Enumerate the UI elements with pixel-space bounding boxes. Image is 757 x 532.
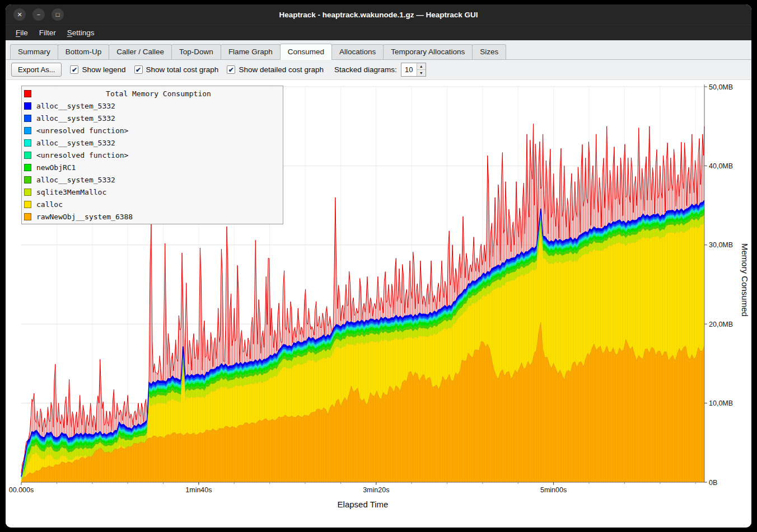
stacked-diagrams-spinbox[interactable]: 10 ▲ ▼ — [401, 63, 426, 77]
legend-label: rawNewObj__system_6388 — [36, 213, 133, 221]
spin-down-icon[interactable]: ▼ — [417, 70, 426, 76]
legend-item: calloc — [22, 198, 283, 210]
toolbar-checkboxes: ✔Show legend✔Show total cost graph✔Show … — [70, 65, 324, 74]
menu-file[interactable]: File — [10, 27, 34, 39]
checkbox-box: ✔ — [134, 65, 143, 74]
legend-swatch — [24, 213, 31, 220]
tab-consumed[interactable]: Consumed — [280, 44, 332, 60]
legend-label: calloc — [36, 200, 63, 209]
y-tick-label: 40,0MB — [709, 162, 733, 170]
tab-allocations[interactable]: Allocations — [331, 44, 384, 59]
legend-label: <unresolved function> — [36, 151, 128, 159]
legend-swatch — [24, 152, 31, 159]
titlebar: ✕ − □ Heaptrack - heaptrack.wakunode.1.g… — [6, 4, 751, 25]
legend-title: Total Memory Consumption — [36, 90, 281, 98]
legend-swatch — [24, 90, 31, 97]
checkbox-label: Show total cost graph — [146, 65, 219, 74]
menu-filter[interactable]: Filter — [34, 27, 62, 39]
close-button[interactable]: ✕ — [13, 8, 26, 21]
checkbox-box: ✔ — [70, 65, 78, 74]
x-axis-title: Elapsed Time — [338, 500, 389, 509]
legend-swatch — [24, 164, 31, 171]
legend-swatch — [24, 201, 31, 208]
legend-swatch — [24, 102, 31, 110]
x-tick-label: 3min20s — [363, 486, 389, 494]
stack-texture — [21, 200, 704, 482]
legend-item: alloc__system_5332 — [22, 136, 283, 149]
y-tick-label: 0B — [709, 479, 717, 487]
legend-label: sqlite3MemMalloc — [36, 188, 106, 196]
spin-up-icon[interactable]: ▲ — [417, 63, 426, 70]
checkbox-show-legend[interactable]: ✔Show legend — [70, 65, 125, 74]
chart-legend: Total Memory Consumptionalloc__system_53… — [21, 86, 283, 224]
tab-bar: SummaryBottom-UpCaller / CalleeTop-DownF… — [6, 40, 751, 60]
export-as-button[interactable]: Export As... — [11, 63, 62, 77]
heaptrack-window: ✕ − □ Heaptrack - heaptrack.wakunode.1.g… — [6, 4, 751, 528]
legend-label: alloc__system_5332 — [36, 176, 115, 184]
window-controls: ✕ − □ — [6, 8, 64, 21]
menu-bar: FileFilterSettings — [6, 25, 751, 40]
legend-item: rawNewObj__system_6388 — [22, 210, 283, 223]
x-tick-label: 1min40s — [185, 486, 212, 494]
legend-item: <unresolved function> — [22, 124, 283, 136]
tab-summary[interactable]: Summary — [10, 44, 58, 59]
legend-label: <unresolved function> — [36, 126, 128, 135]
legend-label: alloc__system_5332 — [36, 102, 115, 110]
y-axis-title: Memory Consumed — [740, 243, 750, 317]
y-tick-label: 20,0MB — [709, 321, 733, 328]
legend-item: newObjRC1 — [22, 161, 283, 173]
y-tick-label: 10,0MB — [709, 399, 733, 407]
legend-item: sqlite3MemMalloc — [22, 186, 283, 198]
legend-swatch — [24, 115, 31, 122]
legend-label: newObjRC1 — [36, 163, 76, 172]
checkbox-label: Show legend — [82, 65, 125, 74]
tab-sizes[interactable]: Sizes — [472, 44, 506, 59]
tab-caller-callee[interactable]: Caller / Callee — [109, 44, 172, 59]
checkbox-show-total-cost-graph[interactable]: ✔Show total cost graph — [134, 65, 219, 74]
tab-bottom-up[interactable]: Bottom-Up — [58, 44, 110, 59]
checkbox-show-detailed-cost-graph[interactable]: ✔Show detailed cost graph — [227, 65, 324, 74]
legend-swatch — [24, 189, 31, 196]
y-tick-label: 50,0MB — [709, 83, 733, 91]
chart-area: 00.000s1min40s3min20s5min00s0B10,0MB20,0… — [6, 80, 751, 528]
legend-swatch — [24, 127, 31, 134]
menu-settings[interactable]: Settings — [62, 27, 100, 39]
legend-swatch — [24, 176, 31, 183]
legend-item: alloc__system_5332 — [22, 100, 283, 112]
x-tick-label: 00.000s — [9, 486, 34, 494]
minimize-button[interactable]: − — [32, 8, 45, 21]
legend-label: alloc__system_5332 — [36, 139, 115, 147]
checkbox-box: ✔ — [227, 65, 235, 74]
tab-temporary-allocations[interactable]: Temporary Allocations — [383, 44, 473, 59]
x-tick-label: 5min00s — [540, 486, 567, 494]
stacked-diagrams-value: 10 — [401, 63, 417, 76]
toolbar: Export As... ✔Show legend✔Show total cos… — [6, 60, 751, 80]
legend-item: alloc__system_5332 — [22, 173, 283, 186]
tab-flame-graph[interactable]: Flame Graph — [221, 44, 281, 59]
tab-top-down[interactable]: Top-Down — [171, 44, 221, 59]
legend-item: alloc__system_5332 — [22, 112, 283, 124]
spinbox-arrows: ▲ ▼ — [417, 63, 426, 76]
legend-title-row: Total Memory Consumption — [22, 87, 283, 100]
legend-item: <unresolved function> — [22, 149, 283, 161]
legend-label: alloc__system_5332 — [36, 114, 115, 123]
checkbox-label: Show detailed cost graph — [239, 65, 324, 74]
y-tick-label: 30,0MB — [709, 241, 733, 249]
window-title: Heaptrack - heaptrack.wakunode.1.gz — He… — [6, 11, 751, 19]
legend-swatch — [24, 139, 31, 147]
stacked-diagrams-label: Stacked diagrams: — [334, 65, 397, 74]
maximize-button[interactable]: □ — [52, 8, 64, 21]
